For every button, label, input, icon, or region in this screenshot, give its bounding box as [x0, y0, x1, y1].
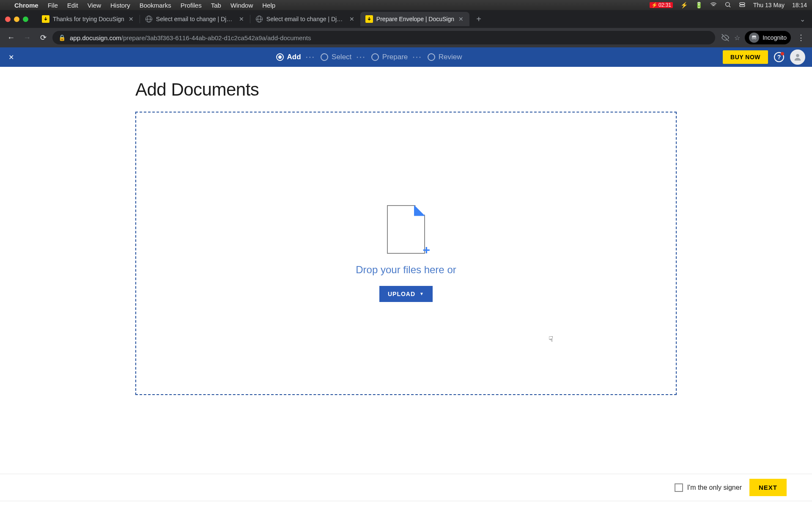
url-host: app.docusign.com — [70, 34, 121, 41]
reload-button[interactable]: ⟳ — [36, 31, 50, 44]
control-center-icon[interactable] — [739, 1, 746, 9]
menubar-date[interactable]: Thu 13 May — [753, 2, 785, 8]
only-signer-label: I'm the only signer — [687, 484, 742, 491]
svg-point-3 — [752, 37, 754, 39]
eye-off-icon[interactable] — [721, 33, 730, 42]
close-button[interactable]: ✕ — [7, 53, 15, 61]
chrome-toolbar: ← → ⟳ 🔒 app.docusign.com/prepare/3ab3f36… — [0, 28, 812, 47]
upload-label: UPLOAD — [388, 291, 415, 297]
globe-favicon-icon — [255, 15, 263, 23]
menu-view[interactable]: View — [88, 2, 101, 9]
tab-close-icon[interactable]: ✕ — [348, 16, 355, 22]
step-circle-icon — [321, 53, 328, 61]
checkbox-icon — [675, 483, 683, 492]
browser-tab[interactable]: Select email to change | Djang ✕ — [140, 12, 250, 26]
globe-favicon-icon — [145, 15, 153, 23]
incognito-label: Incognito — [763, 34, 787, 41]
forward-button[interactable]: → — [20, 31, 34, 44]
svg-point-5 — [796, 54, 799, 57]
window-zoom-icon[interactable] — [23, 16, 28, 22]
menubar-time[interactable]: 18:14 — [792, 2, 807, 8]
svg-rect-2 — [740, 5, 745, 6]
help-button[interactable]: ? — [774, 52, 784, 62]
step-label: Prepare — [382, 53, 408, 61]
step-add[interactable]: Add — [276, 53, 301, 61]
browser-tab[interactable]: Thanks for trying DocuSign ✕ — [37, 12, 140, 26]
lock-icon: 🔒 — [58, 34, 66, 41]
only-signer-checkbox[interactable]: I'm the only signer — [675, 483, 742, 492]
bookmark-star-icon[interactable]: ☆ — [733, 33, 741, 42]
app-header: ✕ Add ••• Select ••• Prepare ••• Review … — [0, 47, 812, 67]
tabs-dropdown-icon[interactable]: ⌄ — [800, 16, 805, 23]
file-dropzone[interactable]: + Drop your files here or UPLOAD ▼ ☟ — [135, 112, 677, 395]
buy-now-button[interactable]: BUY NOW — [723, 50, 768, 64]
tab-title: Select email to change | Djang — [266, 16, 345, 22]
mac-menubar: Chrome File Edit View History Bookmarks … — [0, 0, 812, 10]
window-controls — [5, 16, 28, 22]
page-footer: Powered by DocuSign English (US) ▾ Conta… — [0, 501, 812, 505]
step-active-circle-icon — [276, 53, 284, 61]
menu-tab[interactable]: Tab — [211, 2, 221, 9]
step-prepare[interactable]: Prepare — [371, 53, 408, 61]
cursor-pointer-icon: ☟ — [549, 335, 553, 344]
window-minimize-icon[interactable] — [14, 16, 19, 22]
step-label: Select — [332, 53, 351, 61]
upload-button[interactable]: UPLOAD ▼ — [379, 286, 433, 302]
menubar-app-name[interactable]: Chrome — [14, 2, 38, 9]
menu-file[interactable]: File — [48, 2, 58, 9]
battery-icon[interactable]: ⚡02:31 — [650, 2, 673, 8]
page-content: Add Documents + Drop your files here or … — [0, 67, 812, 474]
docusign-favicon-icon — [365, 15, 373, 23]
tab-title: Thanks for trying DocuSign — [53, 16, 124, 22]
page-title: Add Documents — [135, 80, 677, 100]
progress-stepper: Add ••• Select ••• Prepare ••• Review — [15, 53, 723, 61]
step-circle-icon — [371, 53, 379, 61]
action-bar: I'm the only signer NEXT — [0, 474, 812, 501]
new-tab-button[interactable]: + — [473, 13, 485, 25]
svg-point-0 — [726, 2, 730, 6]
tab-close-icon[interactable]: ✕ — [458, 16, 464, 22]
drop-hint-text: Drop your files here or — [356, 264, 456, 276]
incognito-indicator[interactable]: Incognito — [745, 31, 791, 44]
tab-close-icon[interactable]: ✕ — [238, 16, 245, 22]
tab-title: Select email to change | Djang — [156, 16, 235, 22]
spotlight-icon[interactable] — [724, 1, 731, 9]
tab-title: Prepare Envelope | DocuSign — [376, 16, 454, 22]
step-review[interactable]: Review — [428, 53, 462, 61]
step-circle-icon — [428, 53, 435, 61]
bolt-icon[interactable]: ⚡ — [680, 2, 688, 8]
profile-avatar[interactable] — [790, 49, 805, 65]
step-label: Review — [439, 53, 462, 61]
battery-percent-icon[interactable]: 🔋 — [695, 2, 702, 8]
back-button[interactable]: ← — [4, 31, 18, 44]
svg-rect-1 — [740, 3, 745, 4]
incognito-icon — [749, 33, 759, 43]
menu-edit[interactable]: Edit — [67, 2, 78, 9]
svg-point-4 — [754, 37, 756, 39]
menu-window[interactable]: Window — [230, 2, 253, 9]
step-label: Add — [287, 53, 301, 61]
chrome-menu-button[interactable]: ⋮ — [794, 31, 808, 44]
browser-tab[interactable]: Prepare Envelope | DocuSign ✕ — [360, 12, 469, 26]
step-select[interactable]: Select — [321, 53, 351, 61]
url-path: /prepare/3ab3f363-6116-44ab-ab02-d1c2ca5… — [121, 34, 311, 41]
document-add-icon: + — [387, 205, 425, 254]
next-button[interactable]: NEXT — [749, 479, 787, 496]
menu-bookmarks[interactable]: Bookmarks — [140, 2, 171, 9]
browser-tab[interactable]: Select email to change | Djang ✕ — [250, 12, 360, 26]
menu-help[interactable]: Help — [262, 2, 275, 9]
chrome-tab-strip: Thanks for trying DocuSign ✕ Select emai… — [0, 10, 812, 28]
docusign-favicon-icon — [42, 15, 49, 23]
wifi-icon[interactable] — [710, 1, 717, 9]
window-close-icon[interactable] — [5, 16, 11, 22]
tab-close-icon[interactable]: ✕ — [128, 16, 134, 22]
menu-profiles[interactable]: Profiles — [181, 2, 202, 9]
menu-history[interactable]: History — [110, 2, 130, 9]
address-bar[interactable]: 🔒 app.docusign.com/prepare/3ab3f363-6116… — [52, 31, 715, 44]
chevron-down-icon: ▼ — [420, 291, 424, 296]
menubar-status: ⚡02:31 ⚡ 🔋 Thu 13 May 18:14 — [650, 1, 807, 9]
